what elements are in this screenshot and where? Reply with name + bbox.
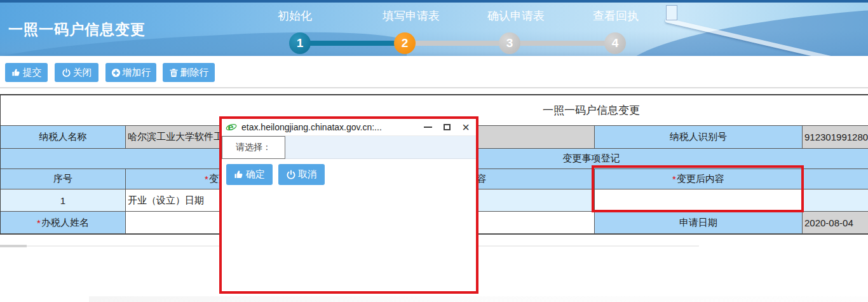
apply-date-value: 2020-08-04	[803, 212, 868, 234]
toolbar: 提交 关闭 增加行 删除行	[0, 62, 868, 82]
close-button[interactable]: 关闭	[55, 63, 98, 82]
step-circle-1: 1	[289, 32, 311, 54]
thumbs-up-icon	[234, 170, 244, 180]
dialog-select-row: 请选择：	[222, 136, 476, 159]
thumbs-up-icon	[11, 68, 21, 78]
toolbar-divider	[0, 87, 868, 88]
trash-icon	[169, 68, 179, 78]
row1-seq: 1	[1, 189, 126, 212]
ie-browser-icon: e	[226, 121, 237, 133]
dialog-buttons: 确定 取消	[222, 159, 476, 185]
add-row-button-label: 增加行	[123, 67, 151, 79]
cancel-button-label: 取消	[298, 168, 317, 181]
plus-circle-icon	[111, 68, 121, 78]
minimize-icon[interactable]	[424, 127, 432, 128]
step-indicator: 初始化 填写申请表 确认申请表 查看回执 1 2 3 4	[0, 0, 868, 56]
add-row-button[interactable]: 增加行	[105, 63, 156, 82]
step-label-confirm: 确认申请表	[487, 8, 589, 24]
agent-name-label: *办税人姓名	[1, 212, 126, 234]
dialog-titlebar[interactable]: e etax.heilongjiang.chinatax.gov.cn:... …	[222, 119, 476, 136]
bottom-strip	[89, 296, 868, 302]
required-mark: *	[205, 174, 208, 184]
taxpayer-id-value: 912301991280	[803, 126, 868, 149]
delete-row-button-label: 删除行	[180, 67, 209, 79]
delete-row-button[interactable]: 删除行	[163, 63, 215, 82]
step-circle-4: 4	[604, 32, 626, 54]
banner: 一照一码户信息变更 初始化 填写申请表 确认申请表 查看回执 1 2 3 4	[0, 0, 868, 56]
select-label: 请选择：	[222, 136, 285, 159]
svg-text:e: e	[228, 121, 234, 132]
submit-button[interactable]: 提交	[5, 63, 48, 82]
confirm-button-label: 确定	[246, 168, 265, 181]
close-icon[interactable]: ×	[462, 123, 470, 132]
horizontal-scrollbar-thumb[interactable]	[0, 245, 27, 247]
step-circle-2: 2	[394, 32, 416, 54]
col-header-extra	[803, 169, 868, 189]
change-after-input-cell[interactable]	[595, 189, 803, 212]
power-icon	[286, 170, 296, 180]
close-button-label: 关闭	[73, 67, 92, 79]
browser-dialog: e etax.heilongjiang.chinatax.gov.cn:... …	[219, 116, 478, 294]
step-circle-3: 3	[499, 32, 520, 54]
required-mark: *	[672, 174, 676, 184]
confirm-button[interactable]: 确定	[226, 164, 273, 185]
col-header-seq: 序号	[1, 169, 126, 189]
cancel-button[interactable]: 取消	[278, 164, 325, 185]
step-label-fill: 填写申请表	[383, 8, 484, 24]
dialog-title: etax.heilongjiang.chinatax.gov.cn:...	[241, 122, 419, 132]
step-label-init: 初始化	[278, 8, 379, 24]
power-icon	[62, 68, 71, 78]
window-controls: ×	[424, 123, 470, 132]
step-connector-done	[300, 41, 405, 46]
apply-date-label: 申请日期	[595, 212, 803, 234]
row1-extra-cell	[803, 189, 868, 212]
maximize-icon[interactable]	[444, 124, 451, 130]
required-mark: *	[37, 217, 41, 228]
col-header-after: *变更后内容	[595, 169, 803, 189]
taxpayer-id-label: 纳税人识别号	[595, 126, 803, 149]
step-label-receipt: 查看回执	[593, 8, 695, 24]
taxpayer-name-label: 纳税人名称	[1, 126, 126, 149]
submit-button-label: 提交	[23, 67, 42, 79]
select-input[interactable]	[286, 136, 476, 158]
